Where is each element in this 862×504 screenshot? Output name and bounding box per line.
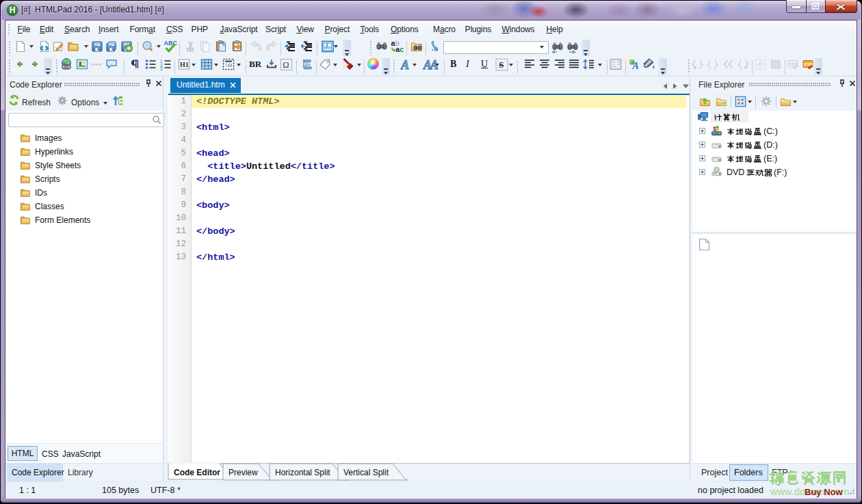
- svg-text:S: S: [499, 60, 504, 70]
- svg-text:Ω: Ω: [283, 60, 289, 70]
- svg-text:A: A: [400, 58, 409, 72]
- svg-text:H1: H1: [180, 61, 189, 68]
- svg-text:3: 3: [160, 66, 163, 71]
- svg-text:A: A: [631, 60, 639, 71]
- svg-text:ABC: ABC: [164, 40, 178, 47]
- svg-text:4»: 4»: [305, 62, 311, 68]
- svg-text:H: H: [10, 5, 16, 15]
- svg-text:ac: ac: [395, 45, 404, 53]
